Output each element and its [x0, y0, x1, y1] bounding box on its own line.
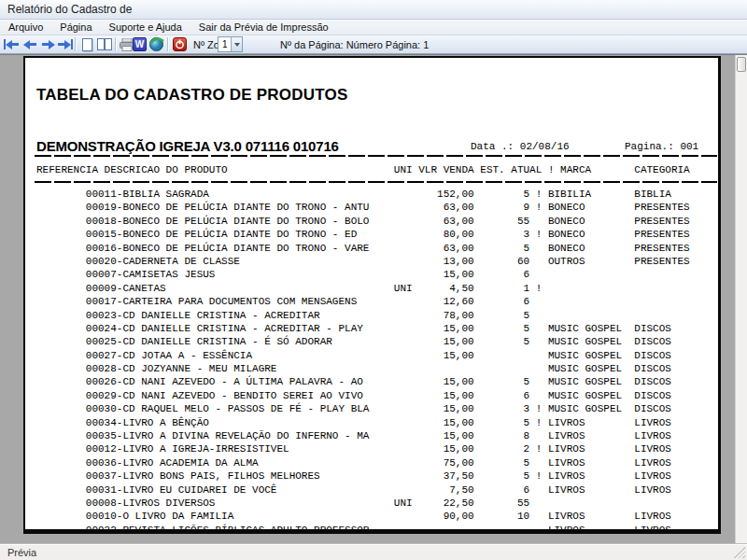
toolbar-separator — [75, 37, 77, 51]
last-arrow — [64, 40, 71, 49]
single-page-icon[interactable] — [79, 35, 95, 53]
first-page-icon[interactable] — [3, 35, 20, 53]
table-row: 00034-LIVRO A BÊNÇÃO 15,00 5 ! LIVROS LI… — [36, 416, 690, 429]
table-row: 00015-BONECO DE PELÚCIA DIANTE DO TRONO … — [36, 228, 690, 241]
report-subtitle: DEMONSTRAÇÃO IGREJA V3.0 071116 010716 — [36, 138, 339, 154]
status-text: Prévia — [7, 547, 36, 558]
zoom-value: 1 — [218, 39, 231, 49]
table-row: 00027-CD JOTAA A - ESSÊNCIA 15,00 MUSIC … — [36, 349, 690, 362]
globe-glyph — [149, 37, 163, 51]
table-row: 00012-LIVRO A IGREJA-IRRESISTIVEL 15,00 … — [36, 442, 690, 455]
divider-line — [35, 155, 717, 157]
menu-arquivo[interactable]: Arquivo — [0, 20, 51, 35]
dropdown-button[interactable] — [231, 37, 242, 51]
table-row: 00024-CD DANIELLE CRISTINA - ACREDITAR -… — [36, 322, 690, 335]
power-glyph — [173, 37, 187, 51]
table-row: 00016-BONECO DE PELÚCIA DIANTE DO TRONO … — [36, 242, 690, 255]
table-header-row: REFERENCIA DESCRICAO DO PRODUTO UNI VLR … — [36, 164, 690, 175]
two-pages-icon[interactable] — [95, 35, 114, 53]
vertical-scrollbar[interactable] — [735, 55, 747, 544]
first-page-arrow — [6, 40, 12, 49]
toolbar-separator — [167, 37, 169, 51]
export-html-icon[interactable] — [148, 35, 165, 53]
table-row: 00019-BONECO DE PELÚCIA DIANTE DO TRONO … — [36, 201, 690, 214]
prev-arrow — [23, 40, 30, 49]
chevron-down-icon — [234, 43, 240, 47]
table-row: 00018-BONECO DE PELÚCIA DIANTE DO TRONO … — [36, 215, 690, 228]
divider-line — [35, 181, 717, 183]
table-row: 00031-LIVRO EU CUIDAREI DE VOCÊ 7,50 6 L… — [36, 483, 690, 497]
next-page-icon[interactable] — [40, 35, 57, 53]
menu-bar: Arquivo Página Suporte e Ajuda Sair da P… — [0, 20, 747, 35]
last-shaft — [58, 43, 64, 46]
page-info-label: Nº da Página: Número Página: 1 — [280, 35, 429, 53]
last-page-icon[interactable] — [57, 35, 74, 53]
exit-preview-icon[interactable] — [171, 35, 189, 53]
table-row: 00037-LIVRO BONS PAIS, FILHOS MELHORES 3… — [36, 469, 690, 483]
menu-pagina[interactable]: Página — [51, 20, 100, 35]
menu-suporte-e-ajuda[interactable]: Suporte e Ajuda — [101, 20, 190, 35]
table-row: 00036-LIVRO ACADEMIA DA ALMA 75,00 5 LIV… — [36, 456, 690, 469]
two-pages-glyph — [97, 38, 112, 51]
table-row: 00020-CADERNETA DE CLASSE 13,00 60 OUTRO… — [36, 255, 690, 268]
report-rows: 00011-BIBLIA SAGRADA 152,00 5 ! BIBILIA … — [36, 188, 690, 529]
window-title: Relatório do Cadastro de — [7, 3, 132, 16]
prev-shaft — [30, 43, 36, 46]
table-row: 00011-BIBLIA SAGRADA 152,00 5 ! BIBILIA … — [36, 188, 690, 201]
report-page-content: TABELA DO CADASTRO DE PRODUTOS DEMONSTRA… — [25, 58, 718, 529]
report-date: Data .: 02/08/16 — [471, 141, 570, 152]
export-word-icon[interactable]: W — [131, 35, 148, 53]
report-page: TABELA DO CADASTRO DE PRODUTOS DEMONSTRA… — [23, 56, 721, 534]
word-w-glyph: W — [133, 37, 147, 51]
report-page-number: Pagina.: 001 — [625, 141, 698, 152]
table-row: 00009-CANETAS UNI 4,50 1 ! — [36, 282, 690, 295]
table-row: 00026-CD NANI AZEVEDO - A ÚLTIMA PALAVRA… — [36, 375, 690, 388]
first-page-shaft — [12, 43, 19, 46]
table-row: 00010-O LIVRO DA FAMILIA 90,00 10 LIVROS… — [36, 510, 690, 523]
table-row: 00028-CD JOZYANNE - MEU MILAGRE MUSIC GO… — [36, 362, 690, 375]
status-bar: Prévia — [0, 544, 747, 560]
menu-sair-da-previa[interactable]: Sair da Prévia de Impressão — [190, 20, 337, 35]
next-arrow — [49, 40, 55, 49]
report-title: TABELA DO CADASTRO DE PRODUTOS — [36, 86, 347, 105]
scrollbar-thumb[interactable] — [737, 57, 746, 72]
table-row: 00008-LIVROS DIVERSOS UNI 22,50 55 — [36, 497, 690, 510]
table-row: 00025-CD DANIELLE CRISTINA - É SÓ ADORAR… — [36, 335, 690, 348]
toolbar: W Nº Zoom 1 Nº da Página: Número Página:… — [0, 35, 747, 54]
table-row: 00035-LIVRO A DIVINA REVELAÇÃO DO INFERN… — [36, 429, 690, 442]
table-row: 00023-CD DANIELLE CRISTINA - ACREDITAR 7… — [36, 309, 690, 322]
table-row: 00029-CD NANI AZEVEDO - BENDITO SEREI AO… — [36, 389, 690, 402]
prev-page-icon[interactable] — [21, 35, 38, 53]
zoom-dropdown[interactable]: 1 — [218, 35, 243, 53]
toolbar-separator — [115, 37, 117, 51]
last-page-bar — [71, 39, 73, 49]
page-glyph — [82, 38, 92, 51]
window-titlebar: Relatório do Cadastro de — [0, 0, 747, 20]
table-row: 00030-CD RAQUEL MELO - PASSOS DE FÉ - PL… — [36, 402, 690, 415]
next-shaft — [42, 43, 49, 46]
table-row: 00007-CAMISETAS JESUS 15,00 6 — [36, 268, 690, 281]
table-row: 00017-CARTEIRA PARA DOCUMENTOS COM MENSA… — [36, 295, 690, 308]
table-row: 00032-REVISTA LIÇÕES BÍBLICAS ADULTO PRO… — [36, 524, 690, 529]
preview-area: TABELA DO CADASTRO DE PRODUTOS DEMONSTRA… — [0, 54, 747, 544]
resize-grip[interactable] — [734, 547, 745, 558]
